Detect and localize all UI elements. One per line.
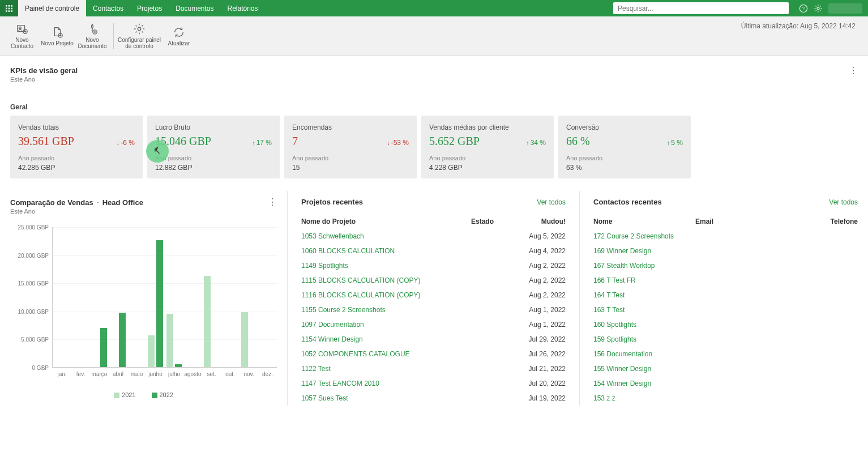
kpi-card-prev-value: 63 % — [566, 164, 683, 172]
contact-link[interactable]: 169 Winner Design — [593, 247, 695, 255]
legend-item[interactable]: 2021 — [114, 391, 135, 398]
contact-phone — [807, 291, 858, 299]
project-state — [471, 350, 522, 358]
refresh-button[interactable]: Atualizar — [161, 19, 196, 53]
contact-link[interactable]: 163 T Test — [593, 306, 695, 314]
project-state — [471, 380, 522, 387]
legend-item[interactable]: 2022 — [152, 391, 173, 398]
project-link[interactable]: 1154 Winner Design — [301, 335, 471, 343]
project-link[interactable]: 1155 Course 2 Screenshots — [301, 306, 471, 314]
new-document-button[interactable]: Novo Documento — [75, 19, 110, 53]
table-row: 1115 BLOCKS CALCULATION (COPY)Aug 2, 202… — [301, 273, 566, 288]
col-contact-phone: Telefone — [807, 218, 858, 225]
contact-link[interactable]: 159 Spotlights — [593, 335, 695, 343]
contact-email — [695, 262, 807, 270]
chart-bar[interactable] — [100, 328, 107, 367]
x-tick-label: dez. — [262, 371, 273, 377]
chart-bar[interactable] — [204, 276, 211, 367]
app-menu-icon[interactable] — [0, 0, 18, 16]
chart-month: dez. — [258, 227, 277, 367]
contact-link[interactable]: 164 T Test — [593, 291, 695, 299]
x-tick-label: junho — [148, 371, 162, 377]
project-link[interactable]: 1060 BLOCKS CALCULATION — [301, 247, 471, 255]
kpi-card[interactable]: Lucro Bruto15.046 GBP↑17 %Ano passado12.… — [147, 116, 280, 178]
sales-panel-title: Comparação de Vendas — [10, 198, 93, 207]
chart-month: agosto — [183, 227, 202, 367]
contact-email — [695, 380, 807, 387]
tab-relatórios[interactable]: Relatórios — [221, 0, 265, 16]
user-chip[interactable] — [828, 3, 862, 14]
table-row: 1097 DocumentationAug 1, 2022 — [301, 317, 566, 332]
kpi-card[interactable]: Vendas totais39.561 GBP↓-6 %Ano passado4… — [10, 116, 143, 178]
project-link[interactable]: 1053 Schwellenbach — [301, 232, 471, 240]
projects-see-all-link[interactable]: Ver todos — [537, 198, 566, 206]
configure-dashboard-button[interactable]: Configurar painel de controlo — [117, 19, 161, 53]
project-state — [471, 247, 522, 255]
chart-bar[interactable] — [148, 335, 155, 367]
svg-rect-4 — [8, 7, 10, 9]
help-icon[interactable]: ? — [799, 4, 808, 13]
kpi-card-prev-value: 4.228 GBP — [429, 164, 546, 172]
project-date: Aug 2, 2022 — [522, 276, 566, 284]
chart-month: março — [90, 227, 109, 367]
kpi-card-title: Conversão — [566, 123, 683, 131]
project-link[interactable]: 1122 Test — [301, 365, 471, 373]
chart-bar[interactable] — [175, 364, 182, 367]
tab-painel-de-controle[interactable]: Painel de controle — [18, 0, 86, 16]
project-link[interactable]: 1052 COMPONENTS CATALOGUE — [301, 350, 471, 358]
refresh-label: Atualizar — [168, 40, 190, 46]
kpi-card[interactable]: Vendas médias por cliente5.652 GBP↑34 %A… — [421, 116, 554, 178]
y-tick-label: 5.000 GBP — [10, 336, 49, 343]
chart-month: out. — [221, 227, 240, 367]
svg-rect-5 — [11, 7, 12, 9]
table-row: 156 Documentation — [593, 347, 858, 361]
contacts-see-all-link[interactable]: Ver todos — [829, 198, 858, 206]
search-input[interactable] — [613, 2, 789, 14]
project-link[interactable]: 1149 Spotlights — [301, 262, 471, 270]
kpi-card-value: 5.652 GBP — [429, 135, 480, 148]
contact-link[interactable]: 155 Winner Design — [593, 365, 695, 373]
project-state — [471, 321, 522, 329]
table-row: 1122 TestJul 21, 2022 — [301, 361, 566, 376]
top-icons: ? — [793, 0, 868, 16]
table-row: 1052 COMPONENTS CATALOGUEJul 26, 2022 — [301, 347, 566, 361]
project-link[interactable]: 1116 BLOCKS CALCULATION (COPY) — [301, 291, 471, 299]
contact-link[interactable]: 154 Winner Design — [593, 380, 695, 387]
project-link[interactable]: 1115 BLOCKS CALCULATION (COPY) — [301, 276, 471, 284]
chart-bar[interactable] — [119, 313, 126, 367]
project-link[interactable]: 1097 Documentation — [301, 321, 471, 329]
table-row: 167 Stealth Worktop — [593, 258, 858, 273]
new-contact-button[interactable]: Novo Contacto — [5, 19, 40, 53]
chart-bar[interactable] — [241, 312, 248, 367]
contact-link[interactable]: 172 Course 2 Screenshots — [593, 232, 695, 240]
project-date: Jul 19, 2022 — [522, 394, 566, 402]
sales-more-icon[interactable]: ⋮ — [268, 198, 277, 207]
new-project-button[interactable]: Novo Projeto — [40, 19, 75, 53]
gear-icon[interactable] — [814, 4, 823, 13]
chart-bar[interactable] — [156, 240, 163, 367]
new-contact-label: Novo Contacto — [5, 37, 40, 49]
project-date: Aug 1, 2022 — [522, 306, 566, 314]
kpi-card-delta: ↑17 % — [252, 139, 272, 147]
x-tick-label: julho — [168, 371, 180, 377]
kpi-more-icon[interactable]: ⋮ — [849, 66, 858, 75]
contact-link[interactable]: 166 T Test FR — [593, 276, 695, 284]
contact-phone — [807, 335, 858, 343]
contact-link[interactable]: 156 Documentation — [593, 350, 695, 358]
tab-documentos[interactable]: Documentos — [169, 0, 220, 16]
projects-title: Projetos recentes — [301, 198, 363, 206]
tab-projetos[interactable]: Projetos — [130, 0, 169, 16]
svg-rect-7 — [8, 10, 10, 12]
kpi-card[interactable]: Conversão66 %↑5 %Ano passado63 % — [558, 116, 691, 178]
tab-contactos[interactable]: Contactos — [86, 0, 130, 16]
contact-link[interactable]: 167 Stealth Worktop — [593, 262, 695, 270]
kpi-card[interactable]: Encomendas7↓-53 %Ano passado15 — [284, 116, 417, 178]
table-row: 1060 BLOCKS CALCULATIONAug 4, 2022 — [301, 244, 566, 258]
project-link[interactable]: 1057 Sues Test — [301, 394, 471, 402]
chart-bar[interactable] — [166, 314, 173, 367]
contact-link[interactable]: 160 Spotlights — [593, 321, 695, 329]
contact-link[interactable]: 153 z z — [593, 394, 695, 402]
recent-contacts-panel: Contactos recentes Ver todos Nome Email … — [580, 191, 858, 406]
project-link[interactable]: 1147 Test EANCOM 2010 — [301, 380, 471, 387]
sales-period: Este Ano — [10, 208, 277, 215]
